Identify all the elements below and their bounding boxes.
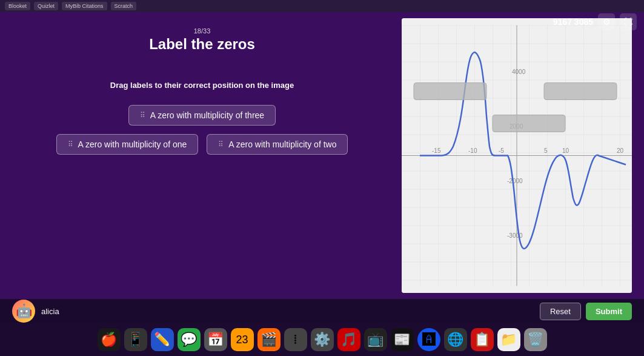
username: alicia — [41, 307, 59, 316]
main-layout: 18/33 Label the zeros Drag labels to the… — [0, 12, 644, 299]
dock-trash[interactable]: 🗑️ — [524, 328, 547, 351]
dock-files[interactable]: 🎬 — [257, 328, 281, 351]
svg-text:20: 20 — [617, 147, 624, 154]
dock-a[interactable]: 🅰 — [417, 328, 440, 351]
tab-scratch[interactable]: Scratch — [111, 2, 137, 10]
svg-text:-2000: -2000 — [507, 178, 523, 184]
svg-text:-15: -15 — [432, 147, 441, 154]
dock-pen[interactable]: ✏️ — [151, 328, 174, 351]
dock-red-p[interactable]: 📋 — [471, 328, 494, 351]
label-two-text: A zero with multiplicity of two — [228, 139, 336, 149]
action-buttons: Reset Submit — [540, 303, 632, 320]
left-panel: 18/33 Label the zeros Drag labels to the… — [12, 18, 392, 293]
label-three-text: A zero with multiplicity of three — [150, 110, 264, 120]
svg-text:-5: -5 — [499, 147, 504, 154]
dock-dots[interactable]: ⁞ — [284, 328, 307, 351]
reset-button[interactable]: Reset — [540, 303, 581, 320]
top-controls: 9167 3085 ⚙ ⛶ — [553, 13, 637, 30]
dock-music[interactable]: 🎵 — [337, 328, 360, 351]
svg-rect-14 — [544, 83, 617, 100]
label-one[interactable]: A zero with multiplicity of one — [56, 134, 199, 155]
tab-quizlet[interactable]: Quizlet — [34, 2, 58, 10]
dock-23[interactable]: 23 — [231, 328, 254, 351]
dock-messages[interactable]: 💬 — [178, 328, 201, 351]
dock-finder[interactable]: 🍎 — [98, 328, 121, 351]
svg-text:-10: -10 — [468, 147, 477, 154]
expand-button[interactable]: ⛶ — [620, 13, 637, 30]
gear-button[interactable]: ⚙ — [598, 13, 615, 30]
dock-news[interactable]: 📰 — [391, 328, 414, 351]
svg-rect-13 — [414, 83, 486, 100]
avatar: 🤖 — [12, 300, 35, 323]
dock-settings[interactable]: ⚙️ — [311, 328, 334, 351]
question-title: Label the zeros — [149, 36, 255, 53]
svg-text:4000: 4000 — [512, 69, 526, 75]
label-three[interactable]: A zero with multiplicity of three — [128, 105, 276, 126]
tab-mybib[interactable]: MyBib Citations — [62, 2, 107, 10]
dock-launchpad[interactable]: 📱 — [124, 328, 147, 351]
dock-globe[interactable]: 🌐 — [444, 328, 467, 351]
expand-icon: ⛶ — [624, 17, 632, 27]
svg-rect-15 — [493, 115, 565, 132]
gear-icon: ⚙ — [603, 17, 611, 27]
graph-panel: -15 -10 -5 5 10 20 4000 2000 -2000 -3000 — [402, 18, 632, 293]
tab-bar: Blooket Quizlet MyBib Citations Scratch — [0, 0, 644, 12]
graph-svg: -15 -10 -5 5 10 20 4000 2000 -2000 -3000 — [402, 18, 632, 293]
submit-button[interactable]: Submit — [586, 303, 632, 320]
instruction-text: Drag labels to their correct position on… — [110, 81, 294, 90]
svg-text:-3000: -3000 — [507, 232, 523, 239]
svg-text:10: 10 — [562, 147, 569, 154]
dock-finder2[interactable]: 📁 — [497, 328, 520, 351]
dock-calendar[interactable]: 📅 — [204, 328, 227, 351]
tab-blooket[interactable]: Blooket — [5, 2, 30, 10]
label-one-text: A zero with multiplicity of one — [78, 139, 187, 149]
question-number: 18/33 — [149, 27, 255, 35]
dock-dtv[interactable]: 📺 — [364, 328, 387, 351]
user-section: 🤖 alicia — [12, 300, 59, 323]
svg-text:5: 5 — [544, 147, 548, 154]
score-display: 9167 3085 — [553, 17, 593, 27]
action-bar: 🤖 alicia Reset Submit — [0, 299, 644, 323]
dock: 🍎 📱 ✏️ 💬 📅 23 🎬 ⁞ ⚙️ 🎵 📺 📰 🅰 🌐 📋 📁 🗑️ — [0, 323, 644, 356]
label-two[interactable]: A zero with multiplicity of two — [207, 134, 348, 155]
